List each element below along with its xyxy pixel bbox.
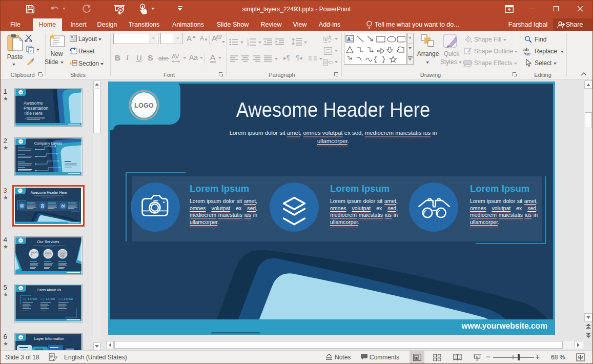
svg-text:3: 3: [247, 44, 249, 46]
svg-text:Facts About Us: Facts About Us: [37, 288, 62, 292]
svg-text:A: A: [328, 35, 332, 41]
svg-text:ac: ac: [525, 51, 530, 55]
svg-text:Layer Information: Layer Information: [34, 336, 64, 341]
svg-text:03: 03: [58, 297, 63, 301]
svg-text:Awesome: Awesome: [24, 100, 43, 106]
svg-text:Lorem: Lorem: [64, 297, 73, 300]
svg-text:02: 02: [40, 297, 45, 301]
svg-text:Lorem: Lorem: [46, 297, 55, 300]
svg-text:Company Layers: Company Layers: [34, 141, 63, 146]
svg-text:Our Services: Our Services: [37, 239, 59, 244]
svg-text:LOGO: LOGO: [134, 102, 154, 109]
svg-text:01: 01: [23, 297, 27, 301]
svg-text:Lorem: Lorem: [28, 297, 37, 300]
svg-text:Title Here: Title Here: [24, 111, 43, 116]
svg-text:Awesome Header Here: Awesome Header Here: [31, 191, 67, 194]
svg-text:Presentation: Presentation: [24, 106, 48, 111]
